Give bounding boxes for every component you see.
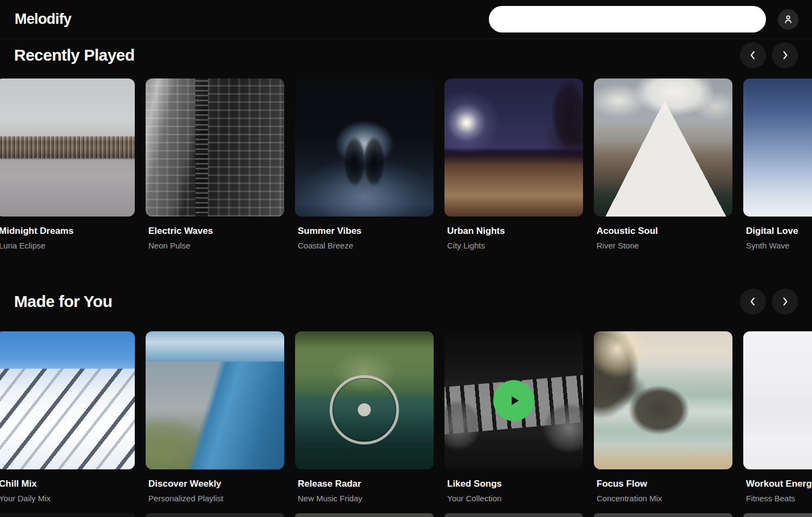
carousel-controls	[740, 42, 798, 68]
card-top-peek	[0, 513, 135, 517]
carousel-next-button[interactable]	[772, 42, 798, 68]
card-title: Acoustic Soul	[597, 225, 732, 237]
card-title: Midnight Dreams	[0, 225, 135, 237]
card-subtitle: New Music Friday	[298, 493, 434, 503]
card-row: Midnight Dreams Luna Eclipse Electric Wa…	[0, 78, 812, 251]
chevron-left-icon	[747, 296, 759, 307]
card-title: Focus Flow	[597, 478, 732, 490]
search-input[interactable]	[489, 6, 766, 32]
album-art	[743, 78, 812, 217]
playlist-card[interactable]: Urban Nights City Lights	[444, 78, 583, 251]
section-made-for-you: Made for You Chill Mix Your Daily Mix Di…	[0, 289, 812, 503]
chevron-right-icon	[779, 49, 791, 61]
card-title: Electric Waves	[148, 225, 284, 237]
card-top-peek	[146, 513, 284, 517]
card-subtitle: Your Daily Mix	[0, 493, 135, 503]
card-subtitle: Personalized Playlist	[148, 493, 284, 503]
card-title: Summer Vibes	[298, 225, 434, 237]
playlist-card[interactable]: Focus Flow Concentration Mix	[594, 331, 732, 503]
card-subtitle: Coastal Breeze	[298, 240, 434, 251]
user-icon	[783, 14, 794, 25]
card-title: Urban Nights	[447, 225, 583, 237]
next-row-peek	[0, 513, 812, 517]
album-art	[444, 78, 583, 217]
album-art	[594, 331, 732, 469]
card-top-peek	[594, 513, 732, 517]
playlist-card[interactable]: Chill Mix Your Daily Mix	[0, 331, 135, 503]
carousel-controls	[740, 289, 798, 315]
play-icon	[506, 392, 522, 409]
album-art	[295, 331, 434, 469]
album-art	[743, 331, 812, 469]
album-art	[295, 78, 434, 217]
card-title: Release Radar	[298, 478, 434, 490]
album-art	[0, 331, 135, 469]
profile-button[interactable]	[778, 9, 798, 30]
section-recently-played: Recently Played Midnight Dreams Luna Ecl…	[0, 42, 812, 251]
card-subtitle: Fitness Beats	[746, 493, 812, 503]
playlist-card[interactable]: Electric Waves Neon Pulse	[146, 78, 284, 251]
album-art	[594, 78, 732, 217]
chevron-right-icon	[779, 296, 791, 307]
album-art	[0, 78, 135, 217]
section-title: Recently Played	[14, 46, 135, 64]
carousel-prev-button[interactable]	[740, 42, 766, 68]
card-top-peek	[444, 513, 583, 517]
album-art	[146, 78, 284, 217]
playlist-card[interactable]: Workout Energy Fitness Beats	[743, 331, 812, 503]
card-top-peek	[295, 513, 434, 517]
section-title: Made for You	[14, 292, 112, 311]
card-title: Digital Love	[746, 225, 812, 237]
app-logo[interactable]: Melodify	[15, 11, 71, 28]
card-subtitle: Your Collection	[447, 493, 583, 503]
card-title: Workout Energy	[746, 478, 812, 490]
playlist-card[interactable]: Discover Weekly Personalized Playlist	[146, 331, 284, 503]
top-bar: Melodify	[0, 0, 812, 39]
chevron-left-icon	[747, 49, 759, 61]
carousel-next-button[interactable]	[772, 289, 798, 315]
play-button-circle	[493, 380, 534, 421]
card-title: Discover Weekly	[148, 478, 284, 490]
card-title: Liked Songs	[447, 478, 583, 490]
playlist-card[interactable]: Liked Songs Your Collection	[444, 331, 583, 503]
playlist-card[interactable]: Acoustic Soul River Stone	[594, 78, 732, 251]
playlist-card[interactable]: Summer Vibes Coastal Breeze	[295, 78, 434, 251]
album-art	[444, 331, 583, 469]
card-title: Chill Mix	[0, 478, 135, 490]
card-subtitle: City Lights	[447, 240, 583, 251]
card-subtitle: River Stone	[597, 240, 732, 251]
album-art	[146, 331, 284, 469]
card-top-peek	[743, 513, 812, 517]
card-row: Chill Mix Your Daily Mix Discover Weekly…	[0, 331, 812, 503]
card-subtitle: Synth Wave	[746, 240, 812, 251]
playlist-card[interactable]: Release Radar New Music Friday	[295, 331, 434, 503]
card-subtitle: Neon Pulse	[148, 240, 284, 251]
carousel-prev-button[interactable]	[740, 289, 766, 315]
playlist-card[interactable]: Midnight Dreams Luna Eclipse	[0, 78, 135, 251]
card-subtitle: Luna Eclipse	[0, 240, 135, 251]
play-button[interactable]	[444, 331, 583, 469]
playlist-card[interactable]: Digital Love Synth Wave	[743, 78, 812, 251]
card-subtitle: Concentration Mix	[597, 493, 732, 503]
